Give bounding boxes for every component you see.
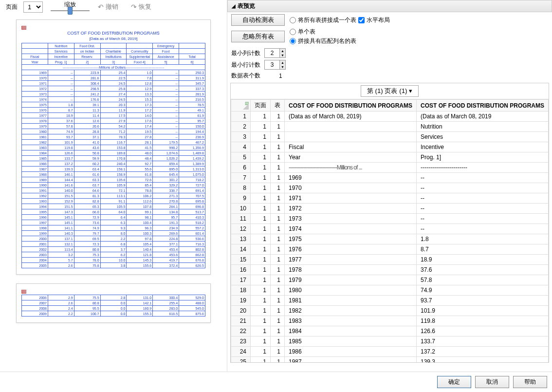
auto-detect-button[interactable]: 自动检测表: [231, 14, 285, 26]
document-page-1: COST OF FOOD DISTRIBUTION PROGRAMS [Data…: [16, 19, 211, 275]
right-panel: ◢ 表预览 自动检测表 将所有表拼接成一个表 水平布局 忽略所有表 单个表 拼接…: [227, 0, 552, 372]
min-cols-spinner[interactable]: ▲▼: [264, 48, 286, 58]
min-rows-input[interactable]: [265, 60, 279, 69]
doc-subtitle: [Data as of March 08, 2019]: [21, 37, 205, 41]
left-panel: 页面 1 缩放 ↶撤销 ↷恢复 COST OF FOOD DISTRIBUTIO…: [0, 0, 227, 372]
page-corner-icon: [21, 290, 26, 294]
data-preview-wrap: 第 (1) 页表 (1) ▾ ▤页面表COST OF FOOD DISTRIBU…: [230, 83, 549, 363]
ok-button[interactable]: 确定: [437, 376, 471, 388]
mode-radio-group: 单个表 拼接具有匹配列名的表: [290, 28, 356, 45]
redo-icon: ↷: [131, 3, 137, 11]
help-button[interactable]: 帮助: [513, 376, 547, 388]
right-horizontal-scrollbar[interactable]: [230, 364, 549, 372]
left-toolbar: 页面 1 缩放 ↶撤销 ↷恢复: [0, 0, 227, 14]
page-indicator-bar: 第 (1) 页表 (1) ▾: [231, 83, 549, 99]
min-cols-input[interactable]: [265, 49, 279, 57]
undo-button[interactable]: ↶撤销: [93, 1, 123, 13]
page-corner-icon: [21, 26, 26, 30]
min-rows-up[interactable]: ▲: [279, 60, 285, 65]
doc-title: COST OF FOOD DISTRIBUTION PROGRAMS: [21, 31, 205, 36]
horizontal-checkbox[interactable]: [358, 17, 365, 23]
left-horizontal-scrollbar[interactable]: [0, 364, 227, 372]
collapse-icon[interactable]: ◢: [232, 3, 236, 9]
document-preview-area[interactable]: COST OF FOOD DISTRIBUTION PROGRAMS [Data…: [0, 14, 227, 364]
zoom-thumb[interactable]: [68, 7, 73, 15]
undo-icon: ↶: [98, 3, 104, 11]
min-cols-down[interactable]: ▼: [279, 53, 285, 57]
zoom-slider[interactable]: [51, 8, 90, 14]
table-count-value: 1: [279, 73, 282, 79]
match-columns-radio[interactable]: [290, 38, 296, 44]
min-rows-row: 最小行计数 ▲▼: [227, 59, 552, 71]
min-rows-spinner[interactable]: ▲▼: [264, 60, 286, 70]
doc-table: NutritionFood Dist.EmergencyServiceson I…: [21, 43, 205, 268]
table-preview-header: ◢ 表预览: [227, 0, 552, 12]
options-row-2: 忽略所有表 单个表 拼接具有匹配列名的表: [227, 26, 552, 47]
table-count-row: 数据表个数 1: [227, 71, 552, 81]
page-label: 页面: [4, 2, 19, 12]
min-cols-up[interactable]: ▲: [279, 49, 285, 53]
min-rows-down[interactable]: ▼: [279, 65, 285, 69]
zoom-control: 缩放: [51, 0, 90, 14]
document-page-2: 20062.975.52.8131.0300.4529.020072.680.8…: [16, 283, 211, 323]
page-select[interactable]: 1: [23, 1, 43, 13]
data-table-scroll[interactable]: ▤页面表COST OF FOOD DISTRIBUTION PROGRAMSCO…: [231, 99, 549, 363]
chevron-down-icon: ▾: [409, 87, 412, 94]
redo-button[interactable]: ↷恢复: [127, 1, 156, 13]
data-table: ▤页面表COST OF FOOD DISTRIBUTION PROGRAMSCO…: [231, 99, 549, 363]
page-indicator-button[interactable]: 第 (1) 页表 (1) ▾: [361, 85, 419, 97]
merge-all-radio[interactable]: [290, 17, 296, 23]
ignore-all-button[interactable]: 忽略所有表: [231, 31, 285, 42]
single-table-radio[interactable]: [290, 29, 296, 35]
min-cols-row: 最小列计数 ▲▼: [227, 47, 552, 59]
doc-table-2: 20062.975.52.8131.0300.4529.020072.680.8…: [21, 295, 205, 317]
merge-option-row: 将所有表拼接成一个表 水平布局: [290, 16, 390, 24]
dialog-footer: 确定 取消 帮助: [0, 372, 552, 392]
cancel-button[interactable]: 取消: [475, 376, 509, 388]
